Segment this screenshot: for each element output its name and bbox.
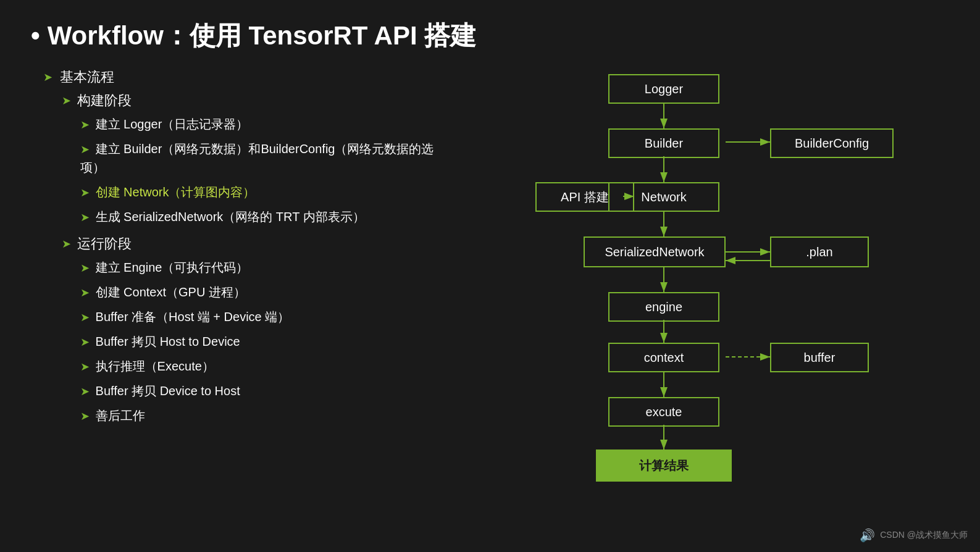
item-builder: ➤ 建立 Builder（网络元数据）和BuilderConfig（网络元数据的… (80, 140, 451, 177)
arrow-icon-copy1: ➤ (80, 336, 90, 348)
arrow-icon-buffer: ➤ (80, 311, 90, 324)
arrow-icon-builder: ➤ (80, 143, 90, 156)
item-engine-text: 建立 Engine（可执行代码） (96, 261, 249, 274)
arrow-icon-logger: ➤ (80, 119, 90, 131)
slide: • Workflow：使用 TensorRT API 搭建 ➤ 基本流程 ➤ 构… (0, 0, 980, 552)
item-buffer-text: Buffer 准备（Host 端 + Device 端） (96, 310, 290, 324)
item-buffer-copy1: ➤ Buffer 拷贝 Host to Device (80, 332, 451, 351)
item-serialized-text: 生成 SerializedNetwork（网络的 TRT 内部表示） (96, 210, 365, 224)
arrow-icon-network: ➤ (80, 186, 90, 199)
item-network-text: 创建 Network（计算图内容） (96, 185, 256, 199)
item-builder-text: 建立 Builder（网络元数据）和BuilderConfig（网络元数据的选项… (80, 142, 433, 174)
item-engine: ➤ 建立 Engine（可执行代码） (80, 258, 451, 277)
arrow-icon-build: ➤ (62, 94, 71, 107)
fc-engine: engine (608, 292, 719, 322)
arrow-icon-execute: ➤ (80, 361, 90, 373)
arrow-icon-engine: ➤ (80, 262, 90, 274)
title-text: Workflow：使用 TensorRT API 搭建 (48, 19, 477, 53)
section-build-label: 构建阶段 (77, 91, 132, 110)
item-buffer-copy2: ➤ Buffer 拷贝 Device to Host (80, 382, 451, 400)
item-serialized: ➤ 生成 SerializedNetwork（网络的 TRT 内部表示） (80, 207, 451, 226)
arrow-icon-context: ➤ (80, 286, 90, 299)
item-execute-text: 执行推理（Execute） (96, 359, 214, 373)
fc-result: 计算结果 (596, 450, 732, 482)
watermark: 🔊 CSDN @战术摸鱼大师 (860, 528, 968, 543)
section-run: ➤ 运行阶段 (62, 235, 451, 253)
item-context: ➤ 创建 Context（GPU 进程） (80, 283, 451, 301)
fc-network: Network (608, 182, 719, 212)
arrow-icon-cleanup: ➤ (80, 410, 90, 422)
fc-builder-config: BuilderConfig (770, 128, 894, 158)
fc-context: context (608, 343, 719, 372)
item-buffer-copy1-text: Buffer 拷贝 Host to Device (96, 335, 240, 348)
arrow-icon-serialized: ➤ (80, 211, 90, 224)
fc-excute: excute (608, 397, 719, 427)
fc-builder: Builder (608, 128, 719, 158)
section-basic-label: 基本流程 (60, 68, 114, 86)
item-logger: ➤ 建立 Logger（日志记录器） (80, 115, 451, 133)
right-panel: Logger Builder BuilderConfig API 搭建 Netw… (529, 62, 961, 525)
item-buffer: ➤ Buffer 准备（Host 端 + Device 端） (80, 307, 451, 326)
arrow-icon-copy2: ➤ (80, 385, 90, 398)
item-cleanup-text: 善后工作 (96, 409, 145, 422)
fc-plan: .plan (770, 236, 869, 267)
watermark-text: CSDN @战术摸鱼大师 (880, 530, 968, 541)
left-panel: ➤ 基本流程 ➤ 构建阶段 ➤ 建立 Logger（日志记录器） ➤ 建立 Bu… (31, 68, 451, 431)
fc-buffer: buffer (770, 343, 869, 372)
slide-title: • Workflow：使用 TensorRT API 搭建 (31, 19, 949, 53)
item-network: ➤ 创建 Network（计算图内容） (80, 183, 451, 201)
arrow-icon-run: ➤ (62, 237, 71, 251)
section-build: ➤ 构建阶段 (62, 91, 451, 110)
item-cleanup: ➤ 善后工作 (80, 406, 451, 425)
flowchart: Logger Builder BuilderConfig API 搭建 Netw… (529, 62, 937, 525)
item-logger-text: 建立 Logger（日志记录器） (96, 117, 249, 131)
section-basic: ➤ 基本流程 (43, 68, 451, 86)
fc-logger: Logger (608, 74, 719, 104)
title-bullet: • (31, 21, 40, 51)
speaker-icon: 🔊 (860, 528, 875, 543)
item-context-text: 创建 Context（GPU 进程） (96, 285, 246, 299)
item-buffer-copy2-text: Buffer 拷贝 Device to Host (96, 384, 240, 398)
fc-serialized: SerializedNetwork (584, 236, 726, 267)
item-execute: ➤ 执行推理（Execute） (80, 357, 451, 375)
section-run-label: 运行阶段 (77, 235, 132, 253)
arrow-icon-basic: ➤ (43, 70, 52, 84)
